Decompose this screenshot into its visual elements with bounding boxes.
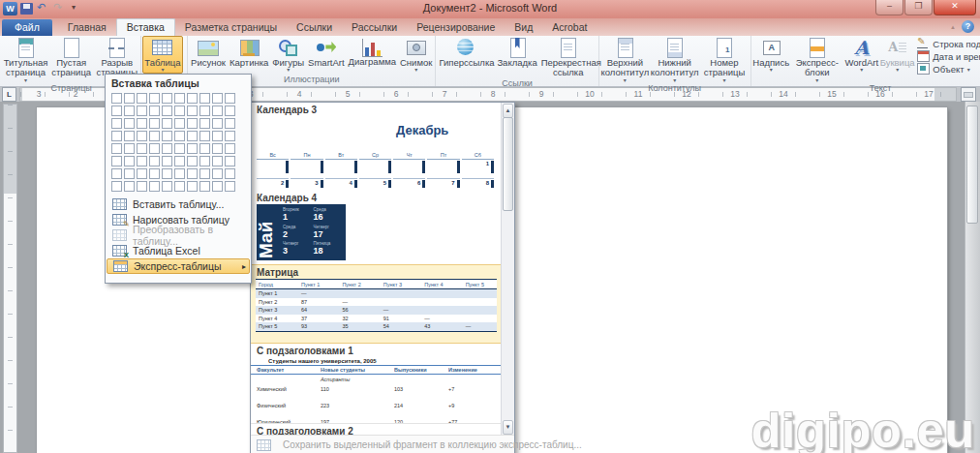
header-button[interactable]: Верхний колонтитул▾ [600,36,650,83]
grid-cell[interactable] [199,106,210,116]
grid-cell[interactable] [124,168,135,179]
tab-references[interactable]: Ссылки [287,19,342,36]
grid-cell[interactable] [187,181,198,192]
grid-cell[interactable] [225,156,235,166]
grid-cell[interactable] [162,106,172,116]
grid-cell[interactable] [111,181,122,192]
grid-cell[interactable] [225,143,235,154]
collapse-ribbon-icon[interactable]: ▲ [950,24,956,30]
grid-cell[interactable] [149,131,160,141]
cover-page-button[interactable]: Титульная страница▾ [3,36,48,83]
grid-cell[interactable] [187,131,198,141]
quick-tables-item[interactable]: Экспресс-таблицы▸ [107,258,250,274]
grid-cell[interactable] [149,93,160,104]
smartart-button[interactable]: SmartArt [306,36,346,68]
page-number-button[interactable]: Номер страницы▾ [699,36,749,83]
grid-cell[interactable] [212,106,223,116]
grid-cell[interactable] [124,106,135,116]
grid-cell[interactable] [174,156,185,166]
grid-cell[interactable] [187,168,198,179]
minimize-button[interactable]: – [875,0,903,15]
scroll-down-icon[interactable]: ▼ [503,420,513,435]
gallery-scrollbar[interactable]: ▲ ▼ [501,103,514,436]
grid-cell[interactable] [212,118,223,129]
grid-cell[interactable] [199,168,210,179]
grid-cell[interactable] [174,106,185,116]
grid-cell[interactable] [124,118,135,129]
tab-acrobat[interactable]: Acrobat [542,19,597,36]
grid-cell[interactable] [111,106,122,116]
grid-cell[interactable] [174,93,185,104]
quick-table-subheads-1[interactable]: С подзаголовками 1 Студенты нашего униве… [251,344,502,423]
grid-cell[interactable] [187,106,198,116]
grid-cell[interactable] [199,131,210,141]
grid-cell[interactable] [225,93,235,104]
grid-cell[interactable] [149,106,160,116]
chart-button[interactable]: Диаграмма [347,36,398,67]
cross-reference-button[interactable]: Перекрестная ссылка [539,36,597,78]
grid-cell[interactable] [149,168,160,179]
grid-cell[interactable] [187,156,198,166]
tab-view[interactable]: Вид [505,19,542,36]
table-button[interactable]: Таблица▾ [142,36,182,74]
object-button[interactable]: Объект▾ [917,63,980,75]
grid-cell[interactable] [187,118,198,129]
vertical-scrollbar[interactable] [965,102,980,453]
grid-cell[interactable] [149,118,160,129]
grid-cell[interactable] [174,143,185,154]
grid-cell[interactable] [111,168,122,179]
grid-cell[interactable] [124,131,135,141]
grid-cell[interactable] [212,131,223,141]
grid-cell[interactable] [199,93,210,104]
drop-cap-button[interactable]: Буквица▾ [879,36,915,73]
grid-cell[interactable] [162,93,172,104]
picture-button[interactable]: Рисунок [189,36,228,68]
page-break-button[interactable]: Разрыв страницы [94,36,139,78]
grid-cell[interactable] [162,143,172,154]
grid-cell[interactable] [162,156,172,166]
grid-cell[interactable] [149,181,160,192]
grid-cell[interactable] [149,143,160,154]
tab-page-layout[interactable]: Разметка страницы [175,19,287,36]
blank-page-button[interactable]: Пустая страница [48,36,94,78]
grid-cell[interactable] [124,93,135,104]
grid-cell[interactable] [137,131,147,141]
grid-cell[interactable] [187,143,198,154]
signature-line-button[interactable]: Строка подписи▾ [917,38,980,49]
screenshot-button[interactable]: Снимок▾ [398,36,434,73]
scroll-up-icon[interactable]: ▲ [503,104,513,118]
grid-cell[interactable] [225,181,235,192]
grid-cell[interactable] [137,106,147,116]
quick-table-calendar-3[interactable]: Календарь 3 Декабрь ВсПнВтСрЧтПтСб 1 234… [251,103,502,191]
hyperlink-button[interactable]: Гиперссылка [437,36,495,68]
tab-review[interactable]: Рецензирование [407,19,505,36]
grid-cell[interactable] [124,156,135,166]
quick-table-calendar-4[interactable]: Календарь 4 Май Вторник1Среда16Среда2Чет… [251,191,502,264]
close-button[interactable]: ✕ [934,0,976,15]
grid-cell[interactable] [212,93,223,104]
grid-cell[interactable] [212,143,223,154]
grid-cell[interactable] [187,93,198,104]
gallery-scroll-thumb[interactable] [503,117,513,211]
grid-cell[interactable] [111,131,122,141]
tab-insert[interactable]: Вставка [116,18,175,36]
bookmark-button[interactable]: Закладка [495,36,538,68]
grid-cell[interactable] [225,118,235,129]
convert-to-table-item[interactable]: Преобразовать в таблицу... [107,227,250,243]
grid-cell[interactable] [111,93,122,104]
grid-cell[interactable] [199,156,210,166]
grid-cell[interactable] [137,156,147,166]
footer-button[interactable]: Нижний колонтитул▾ [650,36,699,83]
grid-cell[interactable] [111,143,122,154]
grid-cell[interactable] [162,181,172,192]
tab-mailings[interactable]: Рассылки [342,19,407,36]
grid-cell[interactable] [137,118,147,129]
grid-cell[interactable] [162,168,172,179]
grid-cell[interactable] [225,131,235,141]
grid-cell[interactable] [174,118,185,129]
shapes-button[interactable]: Фигуры▾ [270,36,306,73]
grid-cell[interactable] [199,118,210,129]
scrollbar-thumb[interactable] [966,106,978,224]
quick-table-matrix[interactable]: Матрица ГородПункт 1Пункт 2Пункт 3Пункт … [251,264,502,344]
grid-cell[interactable] [199,181,210,192]
